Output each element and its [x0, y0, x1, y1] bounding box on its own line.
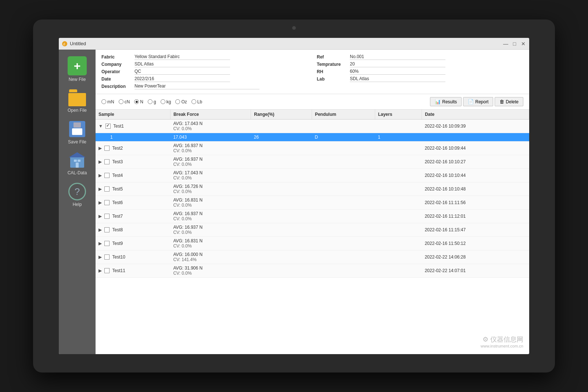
sidebar-item-save-file[interactable]: Save File [59, 117, 96, 148]
pendulum-cell [312, 264, 375, 278]
layers-cell [375, 196, 422, 210]
range-cell [251, 210, 312, 223]
controls-row: mN cN N g [96, 94, 529, 110]
sidebar-item-new-file[interactable]: + New File [59, 53, 96, 86]
break-force-cell: AVG: 16.831 N CV: 0.0% [170, 237, 251, 250]
form-col-right: Ref No.001 Temprature 20 RH 60% [317, 54, 523, 91]
table-row[interactable]: ▶ Test11 AVG: 31.906 N CV: 0.0% 2022-02-… [96, 264, 529, 278]
expander-icon[interactable]: ▶ [98, 173, 102, 178]
close-button[interactable]: ✕ [520, 41, 526, 47]
sidebar-item-help[interactable]: ? Help [59, 179, 96, 211]
pendulum-cell [312, 169, 375, 182]
break-force-cell: AVG: 16.937 N CV: 0.0% [170, 142, 251, 155]
expander-icon[interactable]: ▶ [98, 268, 102, 273]
break-force-cell: AVG: 16.937 N CV: 0.0% [170, 155, 251, 169]
save-file-label: Save File [68, 139, 86, 145]
table-row[interactable]: ▼ ✓ Test1 AVG: 17.043 N CV: 0.0% 2022-02… [96, 120, 529, 133]
table-row[interactable]: ▶ Test10 AVG: 16.000 N CV: 141.4% 2022-0… [96, 250, 529, 264]
expander-icon[interactable]: ▶ [98, 200, 102, 205]
col-break-force: Break Force [170, 110, 251, 120]
radio-g[interactable] [148, 99, 153, 104]
ref-value: No.001 [350, 54, 445, 60]
unit-N[interactable]: N [134, 99, 143, 104]
window-body: + New File Open File Sa [59, 50, 529, 354]
description-label: Description [101, 84, 135, 89]
expander-icon[interactable]: ▶ [98, 146, 102, 151]
radio-kg[interactable] [161, 99, 165, 104]
expander-icon[interactable]: ▼ [98, 124, 103, 129]
expander-icon[interactable]: ▶ [98, 214, 102, 219]
cv-value: CV: 0.0% [173, 230, 248, 235]
table-row[interactable]: ▶ Test3 AVG: 16.937 N CV: 0.0% 2022-02-1… [96, 155, 529, 169]
delete-button[interactable]: 🗑 Delete [495, 97, 523, 106]
table-row[interactable]: ▶ Test8 AVG: 16.937 N CV: 0.0% 2022-02-1… [96, 223, 529, 237]
results-button[interactable]: 📊 Results [430, 97, 462, 106]
open-file-label: Open File [68, 108, 87, 113]
operator-label: Operator [101, 69, 135, 74]
table-row[interactable]: ▶ Test9 AVG: 16.831 N CV: 0.0% 2022-02-1… [96, 237, 529, 250]
expander-icon[interactable]: ▶ [98, 227, 102, 232]
expander-icon[interactable]: ▶ [98, 186, 102, 192]
unit-cN[interactable]: cN [119, 99, 130, 104]
table-row[interactable]: ▶ Test6 AVG: 16.831 N CV: 0.0% 2022-02-1… [96, 196, 529, 210]
radio-N[interactable] [134, 99, 139, 104]
table-row[interactable]: ▶ Test2 AVG: 16.937 N CV: 0.0% 2022-02-1… [96, 142, 529, 155]
avg-value: AVG: 16.726 N [173, 184, 248, 189]
sidebar: + New File Open File Sa [59, 50, 96, 354]
table-container[interactable]: Sample Break Force Range(%) Pendulum Lay… [96, 110, 529, 354]
range-cell [251, 223, 312, 237]
svg-rect-4 [74, 160, 77, 162]
ref-label: Ref [317, 54, 350, 60]
rh-label: RH [317, 69, 350, 74]
radio-Lb[interactable] [191, 99, 196, 104]
sample-cell: ▶ Test8 [96, 223, 170, 237]
child-break-force-cell: 17.043 [170, 133, 251, 142]
test-name: Test3 [112, 159, 123, 164]
help-label: Help [73, 202, 82, 207]
sidebar-item-cal-data[interactable]: CAL-Data [59, 148, 96, 179]
unit-Lb[interactable]: Lb [191, 99, 202, 104]
minimize-button[interactable]: — [503, 41, 509, 47]
avg-value: AVG: 16.937 N [173, 211, 248, 216]
range-cell [251, 155, 312, 169]
date-value: 2022/2/16 [135, 76, 230, 82]
unit-Oz[interactable]: Oz [175, 99, 187, 104]
radio-Oz[interactable] [175, 99, 180, 104]
radio-cN[interactable] [119, 99, 123, 104]
table-row[interactable]: ▶ Test4 AVG: 17.043 N CV: 0.0% 2022-02-1… [96, 169, 529, 182]
layers-cell [375, 169, 422, 182]
rh-value: 60% [350, 69, 445, 75]
report-button[interactable]: 📄 Report [463, 97, 493, 106]
table-row[interactable]: 1 17.043 26 D 1 [96, 133, 529, 142]
pendulum-cell [312, 250, 375, 264]
watermark-site: www.instrument.com.cn [481, 344, 523, 348]
test-name: Test10 [112, 254, 125, 260]
unit-g[interactable]: g [148, 99, 156, 104]
sidebar-item-open-file[interactable]: Open File [59, 86, 96, 117]
radio-mN[interactable] [101, 99, 106, 104]
form-col-left: Fabric Yellow Standard Fabirc Company SD… [101, 54, 308, 91]
pendulum-cell [312, 223, 375, 237]
avg-value: AVG: 17.043 N [173, 121, 248, 126]
table-row[interactable]: ▶ Test7 AVG: 16.937 N CV: 0.0% 2022-02-1… [96, 210, 529, 223]
date-cell: 2022-02-16 10:10:27 [422, 155, 529, 169]
laptop-frame: d Untitled — □ ✕ + New File [33, 19, 555, 373]
expander-icon[interactable]: ▶ [98, 241, 102, 246]
break-force-cell: AVG: 17.043 N CV: 0.0% [170, 120, 251, 133]
date-cell: 2022-02-22 14:07:01 [422, 264, 529, 278]
cv-value: CV: 0.0% [173, 126, 248, 131]
unit-kg[interactable]: kg [161, 99, 171, 104]
test-name: Test4 [112, 173, 123, 178]
unit-mN[interactable]: mN [101, 99, 114, 104]
pendulum-cell [312, 182, 375, 196]
maximize-button[interactable]: □ [512, 41, 517, 47]
expander-icon[interactable]: ▶ [98, 254, 102, 260]
range-cell [251, 182, 312, 196]
table-header-row: Sample Break Force Range(%) Pendulum Lay… [96, 110, 529, 120]
pendulum-cell [312, 210, 375, 223]
test-name: Test9 [112, 241, 123, 246]
form-two-col: Fabric Yellow Standard Fabirc Company SD… [101, 54, 523, 91]
expander-icon[interactable]: ▶ [98, 159, 102, 164]
layers-cell [375, 264, 422, 278]
table-row[interactable]: ▶ Test5 AVG: 16.726 N CV: 0.0% 2022-02-1… [96, 182, 529, 196]
